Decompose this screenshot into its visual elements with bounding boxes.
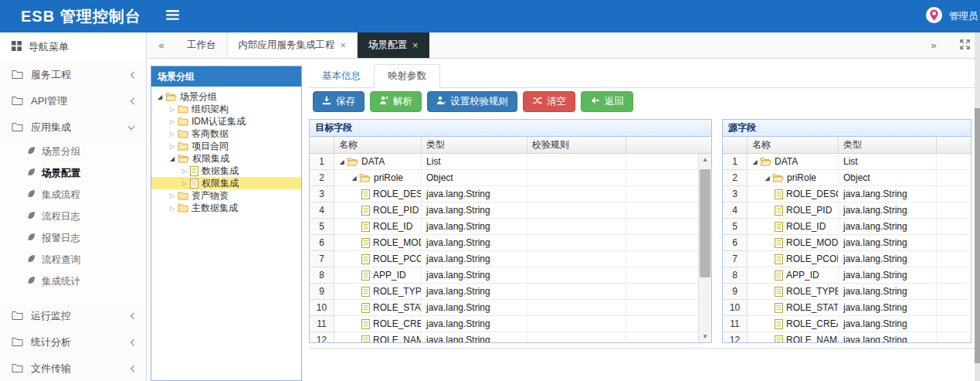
sidebar-item-runtime-monitor[interactable]: 运行监控: [0, 303, 146, 329]
sidebar-subitem-集成流程[interactable]: 集成流程: [0, 184, 146, 206]
tree-node[interactable]: ▷项目合同: [151, 140, 301, 152]
tree-node[interactable]: ▷权限集成: [151, 177, 301, 189]
tree-node[interactable]: ▷IDM认证集成: [151, 115, 301, 128]
user-menu[interactable]: 管理员: [925, 0, 978, 32]
grid-row[interactable]: 9ROLE_TYPEjava.lang.String: [310, 284, 698, 300]
tree-node[interactable]: ▷组织架构: [151, 103, 301, 115]
vertical-scrollbar[interactable]: ▲ ▼: [698, 154, 711, 342]
tab-mapping-params[interactable]: 映射参数: [374, 64, 440, 88]
column-header-type[interactable]: 类型: [422, 137, 527, 153]
grid-row[interactable]: 10ROLE_STATEjava.lang.String: [723, 300, 971, 316]
close-icon[interactable]: ×: [412, 39, 419, 51]
sidebar-item-statistics-analysis[interactable]: 统计分析: [0, 329, 146, 355]
grid-row[interactable]: 12ROLE_NAMEjava.lang.String: [310, 332, 698, 342]
grid-row[interactable]: 11ROLE_CREATjava.lang.String: [310, 316, 698, 332]
grid-row[interactable]: 11ROLE_CREATjava.lang.String: [723, 316, 971, 332]
sidebar-subitem-报警日志[interactable]: 报警日志: [0, 227, 146, 249]
grid-row[interactable]: 4ROLE_PIDjava.lang.String: [310, 202, 698, 219]
save-button[interactable]: 保存: [313, 91, 365, 112]
parse-button[interactable]: 解析: [370, 91, 422, 112]
column-header-name[interactable]: 名称: [334, 137, 422, 153]
sidebar-item-api-management[interactable]: API管理: [0, 88, 146, 114]
validation-rule-cell[interactable]: [527, 267, 626, 284]
tree-node[interactable]: ▷资产物资: [151, 189, 301, 202]
tree-node[interactable]: ▷客商数据: [151, 128, 301, 140]
grid-row[interactable]: 2◢priRoleObject: [723, 170, 971, 186]
tab-internal-app-service-integration[interactable]: 内部应用服务集成工程 ×: [227, 32, 358, 58]
sidebar-item-app-integration[interactable]: 应用集成: [0, 114, 146, 141]
validation-rule-cell[interactable]: [527, 186, 626, 202]
tree-node[interactable]: ▷数据集成: [151, 165, 301, 177]
tree-expand-arrow-icon[interactable]: ▷: [167, 192, 178, 199]
close-icon[interactable]: ×: [341, 39, 347, 51]
grid-row[interactable]: 9ROLE_TYPEjava.lang.String: [723, 284, 971, 300]
grid-row[interactable]: 1◢DATAList: [723, 154, 971, 170]
tree-node[interactable]: ◢权限集成: [151, 152, 301, 165]
node-collapse-arrow-icon[interactable]: ◢: [337, 158, 347, 165]
grid-row[interactable]: 3ROLE_DESCjava.lang.String: [723, 186, 971, 202]
validation-rule-cell[interactable]: [527, 284, 626, 300]
tab-workbench[interactable]: 工作台: [176, 32, 227, 58]
tree-expand-arrow-icon[interactable]: ▷: [167, 131, 178, 138]
set-validation-rules-button[interactable]: 设置校验规则: [427, 91, 517, 112]
tree-collapse-arrow-icon[interactable]: ◢: [154, 94, 165, 100]
sidebar-subitem-集成统计[interactable]: 集成统计: [0, 270, 146, 292]
scroll-down-icon[interactable]: ▼: [699, 331, 711, 342]
node-collapse-arrow-icon[interactable]: ◢: [750, 158, 760, 165]
column-header-type[interactable]: 类型: [839, 137, 937, 153]
sidebar-subitem-场景配置[interactable]: 场景配置: [0, 162, 146, 184]
grid-row[interactable]: 7ROLE_PCODEjava.lang.String: [723, 251, 971, 267]
grid-row[interactable]: 6ROLE_MODIFjava.lang.String: [723, 235, 971, 251]
field-name: ROLE_MODIF: [373, 237, 422, 248]
validation-rule-cell[interactable]: [527, 251, 626, 267]
validation-rule-cell[interactable]: [527, 154, 626, 170]
grid-row[interactable]: 12ROLE_NAMEjava.lang.String: [723, 332, 971, 342]
page-scrollbar-thumb[interactable]: [975, 108, 980, 363]
tab-basic-info[interactable]: 基本信息: [309, 65, 374, 87]
sidebar-item-service-project[interactable]: 服务工程: [0, 62, 146, 88]
sidebar-subitem-流程查询[interactable]: 流程查询: [0, 249, 146, 270]
sidebar-subitem-流程日志[interactable]: 流程日志: [0, 206, 146, 227]
tree-node[interactable]: ▷主数据集成: [151, 202, 301, 214]
tree-expand-arrow-icon[interactable]: ▷: [167, 143, 178, 150]
node-collapse-arrow-icon[interactable]: ◢: [349, 175, 359, 182]
grid-row[interactable]: 3ROLE_DESCjava.lang.String: [310, 186, 698, 202]
tabs-scroll-right-button[interactable]: »: [918, 32, 949, 58]
tree-collapse-arrow-icon[interactable]: ◢: [167, 155, 178, 162]
grid-row[interactable]: 5ROLE_IDjava.lang.String: [310, 219, 698, 235]
tree-node[interactable]: ◢场景分组: [151, 90, 301, 103]
validation-rule-cell[interactable]: [527, 332, 626, 342]
tab-scene-config[interactable]: 场景配置 ×: [358, 32, 429, 58]
back-button[interactable]: 返回: [581, 91, 633, 112]
grid-row[interactable]: 8APP_IDjava.lang.String: [310, 267, 698, 284]
validation-rule-cell[interactable]: [527, 235, 626, 251]
grid-row[interactable]: 8APP_IDjava.lang.String: [723, 267, 971, 284]
grid-row[interactable]: 2◢priRoleObject: [310, 170, 698, 186]
scroll-up-icon[interactable]: ▲: [699, 154, 711, 165]
grid-row[interactable]: 7ROLE_PCODEjava.lang.String: [310, 251, 698, 267]
tree-expand-arrow-icon[interactable]: ▷: [167, 205, 178, 212]
scrollbar-thumb[interactable]: [700, 169, 710, 277]
sidebar-subitem-场景分组[interactable]: 场景分组: [0, 141, 146, 162]
grid-row[interactable]: 4ROLE_PIDjava.lang.String: [723, 202, 971, 219]
validation-rule-cell[interactable]: [527, 219, 626, 235]
clear-button[interactable]: 清空: [523, 91, 575, 112]
column-header-rule[interactable]: 校验规则: [527, 137, 626, 153]
tree-expand-arrow-icon[interactable]: ▷: [167, 106, 178, 113]
grid-row[interactable]: 6ROLE_MODIFjava.lang.String: [310, 235, 698, 251]
tree-expand-arrow-icon[interactable]: ▷: [179, 180, 190, 187]
node-collapse-arrow-icon[interactable]: ◢: [762, 175, 772, 182]
sidebar-toggle-button[interactable]: [161, 0, 184, 32]
tree-expand-arrow-icon[interactable]: ▷: [167, 118, 178, 125]
grid-row[interactable]: 1◢DATAList: [310, 154, 698, 170]
tabs-scroll-left-button[interactable]: «: [147, 32, 176, 58]
sidebar-item-file-transfer[interactable]: 文件传输: [0, 355, 146, 381]
grid-row[interactable]: 10ROLE_STATEjava.lang.String: [310, 300, 698, 316]
grid-row[interactable]: 5ROLE_IDjava.lang.String: [723, 219, 971, 235]
tree-expand-arrow-icon[interactable]: ▷: [179, 168, 190, 175]
validation-rule-cell[interactable]: [527, 300, 626, 316]
validation-rule-cell[interactable]: [527, 316, 626, 332]
validation-rule-cell[interactable]: [527, 170, 626, 186]
column-header-name[interactable]: 名称: [748, 137, 839, 153]
validation-rule-cell[interactable]: [527, 202, 626, 219]
